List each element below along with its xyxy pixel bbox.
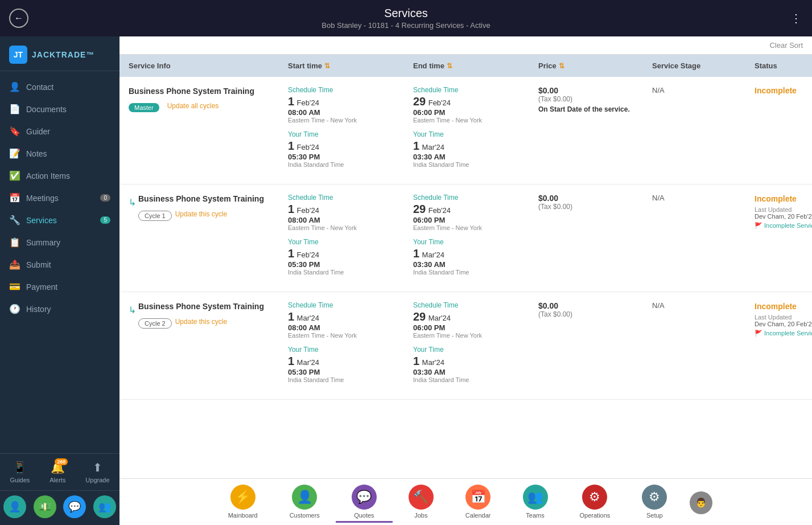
- status-label-3: Incomplete: [755, 302, 797, 311]
- sidebar-logo: JT JACKTRADE™: [0, 36, 119, 71]
- payment-icon: 💳: [9, 281, 20, 292]
- user-profile-button[interactable]: 👤: [3, 495, 26, 518]
- end-month-year-1: Feb'24: [428, 99, 451, 107]
- alerts-button[interactable]: 🔔 268 Alerts: [50, 461, 65, 483]
- sidebar-label-payment: Payment: [26, 282, 57, 292]
- sidebar-label-guider: Guider: [26, 127, 50, 136]
- table-header: Service Info Start time ⇅ End time ⇅ Pri…: [119, 55, 812, 77]
- status-3: Incomplete Last Updated Dev Cham, 20 Feb…: [755, 301, 812, 390]
- guides-icon: 📱: [13, 461, 27, 474]
- services-table: Service Info Start time ⇅ End time ⇅ Pri…: [119, 55, 812, 478]
- sort-start-icon: ⇅: [324, 62, 330, 70]
- upgrade-button[interactable]: ⬆ Upgrade: [85, 461, 109, 483]
- stage-2: N/A: [652, 194, 755, 282]
- th-price[interactable]: Price ⇅: [538, 61, 652, 70]
- sidebar-item-payment[interactable]: 💳 Payment: [0, 276, 119, 298]
- end-time-val-3: 06:00 PM: [413, 323, 538, 332]
- end-your-month-2: Mar'24: [422, 251, 444, 259]
- update-cycle2-link[interactable]: Update this cycle: [175, 318, 227, 326]
- chat-button[interactable]: 💬: [63, 495, 86, 518]
- nav-item-operations[interactable]: ⚙ Operations: [564, 482, 626, 523]
- stage-1: N/A: [652, 86, 755, 175]
- status-label-2: Incomplete: [755, 194, 797, 203]
- sidebar-item-summary[interactable]: 📋 Summary: [0, 231, 119, 253]
- sidebar-item-contact[interactable]: 👤 Contact: [0, 76, 119, 98]
- start-your-label-3: Your Time: [288, 346, 413, 354]
- start-month-year-2: Feb'24: [297, 206, 319, 215]
- start-tz-2: Eastern Time - New York: [288, 224, 413, 231]
- update-all-cycles-link[interactable]: Update all cycles: [167, 102, 219, 110]
- start-your-label-1: Your Time: [288, 130, 413, 138]
- sidebar-item-services[interactable]: 🔧 Services 5: [0, 209, 119, 231]
- sidebar-item-submit[interactable]: 📤 Submit: [0, 253, 119, 276]
- end-tz-3: Eastern Time - New York: [413, 332, 538, 339]
- sidebar-label-services: Services: [26, 216, 57, 225]
- back-button[interactable]: ←: [9, 9, 28, 28]
- last-updated-label-2: Last Updated: [755, 206, 812, 213]
- nav-item-quotes[interactable]: 💬 Quotes: [336, 482, 393, 523]
- quotes-icon: 💬: [352, 485, 377, 510]
- sidebar-item-guider[interactable]: 🔖 Guider: [0, 120, 119, 142]
- nav-item-calendar[interactable]: 📅 Calendar: [450, 482, 507, 523]
- start-your-time-2: 05:30 PM: [288, 260, 413, 269]
- updated-by-3: Dev Cham, 20 Feb'24: [755, 321, 812, 327]
- guider-icon: 🔖: [9, 126, 20, 137]
- submit-icon: 📤: [9, 259, 20, 270]
- end-your-label-3: Your Time: [413, 346, 538, 354]
- documents-icon: 📄: [9, 104, 20, 114]
- sidebar-item-notes[interactable]: 📝 Notes: [0, 142, 119, 165]
- end-time-3: Schedule Time 29 Mar'24 06:00 PM Eastern…: [413, 301, 538, 390]
- incomplete-service-link-3[interactable]: 🚩 Incomplete Service: [755, 330, 812, 337]
- start-your-time-3: 05:30 PM: [288, 368, 413, 376]
- status-label-1: Incomplete: [755, 86, 797, 95]
- incomplete-service-link-2[interactable]: 🚩 Incomplete Service: [755, 222, 812, 229]
- nav-item-mainboard[interactable]: ⚡ Mainboard: [212, 482, 274, 523]
- price-amount-2: $0.00: [538, 194, 652, 203]
- price-tax-2: (Tax $0.00): [538, 203, 652, 211]
- clear-sort-button[interactable]: Clear Sort: [769, 41, 803, 50]
- nav-item-customers[interactable]: 👤 Customers: [274, 482, 336, 523]
- service-name-2: Business Phone System Training: [138, 194, 264, 204]
- end-your-tz-2: India Standard Time: [413, 269, 538, 276]
- start-day-1: 1: [288, 95, 294, 108]
- service-info-3: ↳ Business Phone System Training Cycle 2…: [129, 301, 288, 390]
- status-1: Incomplete Enter ›: [755, 86, 812, 175]
- sidebar-item-documents[interactable]: 📄 Documents: [0, 98, 119, 120]
- start-your-tz-2: India Standard Time: [288, 269, 413, 276]
- last-updated-label-3: Last Updated: [755, 314, 812, 321]
- start-time-2: Schedule Time 1 Feb'24 08:00 AM Eastern …: [288, 194, 413, 282]
- setup-icon: ⚙: [642, 485, 667, 510]
- th-start-time[interactable]: Start time ⇅: [288, 61, 413, 70]
- logo-icon: JT: [9, 46, 27, 64]
- team-button[interactable]: 👥: [93, 495, 116, 518]
- more-options-button[interactable]: ⋮: [790, 11, 803, 25]
- price-tax-3: (Tax $0.00): [538, 310, 652, 318]
- price-tax-1: (Tax $0.00): [538, 95, 652, 103]
- sidebar-label-action-items: Action Items: [26, 171, 70, 181]
- billing-button[interactable]: 💵: [34, 495, 56, 518]
- contact-icon: 👤: [9, 81, 20, 92]
- price-1: $0.00 (Tax $0.00) On Start Date of the s…: [538, 86, 652, 175]
- sidebar-item-meetings[interactable]: 📅 Meetings 0: [0, 187, 119, 209]
- guides-button[interactable]: 📱 Guides: [10, 461, 30, 483]
- nav-item-jobs[interactable]: 🔨 Jobs: [393, 482, 450, 523]
- th-end-time[interactable]: End time ⇅: [413, 61, 538, 70]
- sidebar-item-history[interactable]: 🕐 History: [0, 298, 119, 320]
- end-your-day-3: 1: [413, 355, 419, 367]
- teams-icon: 👥: [523, 485, 548, 510]
- price-note-1: On Start Date of the service.: [538, 105, 652, 113]
- update-cycle1-link[interactable]: Update this cycle: [175, 210, 227, 218]
- calendar-label: Calendar: [465, 512, 491, 519]
- end-your-day-1: 1: [413, 140, 419, 152]
- sidebar-label-contact: Contact: [26, 83, 53, 92]
- top-header: ← Services Bob Stanley - 10181 - 4 Recur…: [0, 0, 812, 36]
- nav-item-setup[interactable]: ⚙ Setup: [626, 482, 683, 523]
- nav-item-teams[interactable]: 👥 Teams: [507, 482, 564, 523]
- sidebar-label-submit: Submit: [26, 260, 51, 269]
- th-service-stage: Service Stage: [652, 61, 755, 70]
- user-avatar[interactable]: 👨: [690, 491, 712, 514]
- sidebar-item-action-items[interactable]: ✅ Action Items: [0, 165, 119, 187]
- end-day-1: 29: [413, 95, 426, 108]
- upgrade-icon: ⬆: [93, 461, 102, 474]
- table-row: ↳ Business Phone System Training Cycle 2…: [119, 292, 812, 400]
